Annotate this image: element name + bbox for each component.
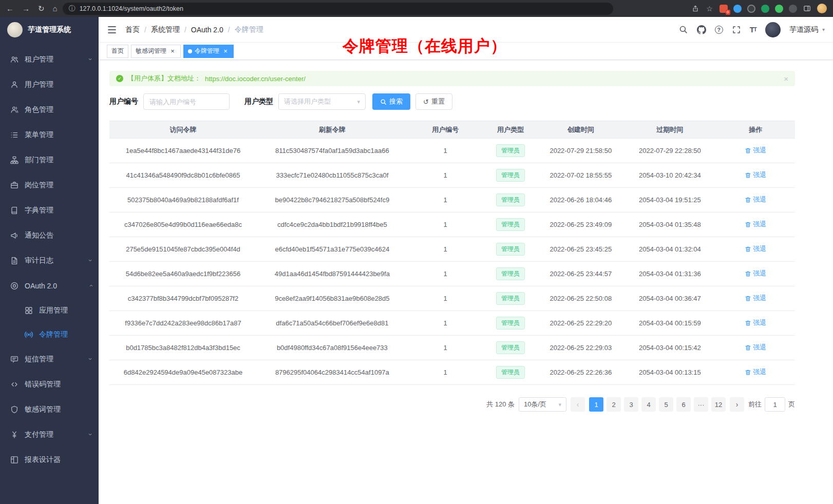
force-logout-button[interactable]: 强退 bbox=[745, 367, 766, 377]
sidebar-item-label: 支付管理 bbox=[25, 430, 53, 439]
page-button-5[interactable]: 5 bbox=[659, 397, 673, 412]
github-icon[interactable] bbox=[697, 25, 706, 34]
sidebar-item-pay[interactable]: 支付管理› bbox=[0, 422, 99, 447]
share-icon[interactable] bbox=[691, 4, 699, 13]
page-button-4[interactable]: 4 bbox=[641, 397, 656, 412]
font-size-icon[interactable]: TT bbox=[750, 25, 756, 34]
cell-access-token: 502375b8040a469a9b82188afdf6af1f bbox=[109, 188, 257, 212]
sidebar-item-oauth2[interactable]: OAuth 2.0› bbox=[0, 273, 99, 298]
extension-icon-3[interactable] bbox=[747, 5, 755, 13]
page-button-1[interactable]: 1 bbox=[589, 397, 603, 412]
breadcrumb-item[interactable]: OAuth 2.0 bbox=[191, 26, 223, 34]
tab-close-icon[interactable]: × bbox=[169, 48, 176, 55]
menu-icon bbox=[10, 131, 18, 139]
sidebar-item-error-code[interactable]: 错误码管理 bbox=[0, 372, 99, 397]
tab-home[interactable]: 首页 bbox=[107, 45, 128, 58]
app-logo[interactable]: 芋道管理系统 bbox=[0, 17, 99, 43]
cell-user-id: 1 bbox=[408, 163, 483, 188]
home-icon[interactable]: ⌂ bbox=[53, 5, 58, 12]
tab-close-icon[interactable]: × bbox=[222, 48, 229, 55]
tab-sensitive-word[interactable]: 敏感词管理× bbox=[131, 45, 181, 58]
page-button-6[interactable]: 6 bbox=[676, 397, 691, 412]
breadcrumb-item[interactable]: 首页 bbox=[125, 25, 140, 34]
force-logout-button[interactable]: 强退 bbox=[745, 146, 766, 155]
reload-icon[interactable]: ↻ bbox=[38, 5, 45, 12]
fullscreen-icon[interactable] bbox=[732, 25, 741, 34]
alert-close-icon[interactable]: × bbox=[784, 74, 788, 83]
sidebar-item-label: 错误码管理 bbox=[25, 380, 61, 389]
sidebar-item-label: 敏感词管理 bbox=[25, 405, 61, 414]
user-id-label: 用户编号 bbox=[109, 97, 138, 106]
next-page-button[interactable]: › bbox=[730, 397, 744, 412]
tab-oauth2-token[interactable]: 令牌管理× bbox=[183, 45, 234, 58]
sidebar-item-sensitive-word[interactable]: 敏感词管理 bbox=[0, 397, 99, 422]
user-type-select[interactable]: 请选择用户类型 ▾ bbox=[278, 93, 366, 110]
force-logout-label: 强退 bbox=[753, 367, 766, 377]
extension-icon-1[interactable]: 0 bbox=[720, 5, 728, 13]
sidebar-item-report[interactable]: 报表设计器 bbox=[0, 447, 99, 472]
force-logout-button[interactable]: 强退 bbox=[745, 244, 766, 254]
cell-create-time: 2022-06-26 18:04:46 bbox=[538, 188, 623, 212]
sidebar-fold-icon[interactable] bbox=[107, 25, 117, 35]
breadcrumb-item[interactable]: 系统管理 bbox=[151, 25, 180, 34]
alert-doc-link[interactable]: https://doc.iocoder.cn/user-center/ bbox=[205, 75, 306, 83]
force-logout-button[interactable]: 强退 bbox=[745, 195, 766, 204]
table-row: 275e5de9151045fe87cbdc395e004f4de6cfd40e… bbox=[109, 237, 795, 262]
help-icon[interactable]: ? bbox=[715, 26, 723, 34]
sidebar-item-tenant[interactable]: 租户管理› bbox=[0, 47, 99, 72]
force-logout-button[interactable]: 强退 bbox=[745, 318, 766, 327]
site-info-icon[interactable]: ⓘ bbox=[69, 4, 75, 13]
cell-expire-time: 2054-03-04 00:13:15 bbox=[623, 360, 716, 385]
page-ellipsis-button[interactable]: ··· bbox=[694, 397, 708, 412]
force-logout-button[interactable]: 强退 bbox=[745, 294, 766, 303]
address-bar[interactable]: ⓘ 127.0.0.1:1024/system/oauth2/token bbox=[63, 3, 613, 15]
back-icon[interactable]: ← bbox=[6, 5, 14, 12]
sidebar-item-label: 短信管理 bbox=[25, 355, 53, 364]
page-button-3[interactable]: 3 bbox=[624, 397, 638, 412]
sidebar-item-role[interactable]: 角色管理 bbox=[0, 97, 99, 122]
user-avatar[interactable] bbox=[765, 22, 781, 37]
sidebar-item-dept[interactable]: 部门管理 bbox=[0, 147, 99, 172]
sidebar-item-audit-log[interactable]: 审计日志› bbox=[0, 248, 99, 273]
side-panel-icon[interactable] bbox=[803, 4, 811, 13]
prev-page-button[interactable]: ‹ bbox=[571, 397, 585, 412]
sidebar-item-notice[interactable]: 通知公告 bbox=[0, 223, 99, 248]
extension-icon-2[interactable] bbox=[733, 5, 742, 13]
cell-create-time: 2022-07-02 18:55:55 bbox=[538, 163, 623, 188]
force-logout-button[interactable]: 强退 bbox=[745, 269, 766, 278]
search-button[interactable]: 搜索 bbox=[372, 93, 410, 110]
cell-access-token: c342377bf8b344799dcbf7bf095287f2 bbox=[109, 286, 257, 311]
sidebar-item-oauth2-app[interactable]: 应用管理 bbox=[0, 298, 99, 322]
force-logout-button[interactable]: 强退 bbox=[745, 170, 766, 180]
browser-profile-avatar[interactable] bbox=[817, 4, 827, 13]
extension-icon-5[interactable] bbox=[775, 5, 783, 13]
forward-icon[interactable]: → bbox=[22, 5, 30, 12]
user-type-badge: 管理员 bbox=[496, 366, 525, 379]
extension-icon-4[interactable] bbox=[761, 5, 769, 13]
cell-actions: 强退 bbox=[716, 163, 795, 188]
trash-icon bbox=[745, 147, 751, 154]
sensitive-icon bbox=[10, 405, 18, 414]
force-logout-button[interactable]: 强退 bbox=[745, 343, 766, 352]
extension-icon-6[interactable] bbox=[789, 5, 797, 13]
search-icon[interactable] bbox=[679, 25, 688, 34]
page-size-select[interactable]: 10条/页 ▾ bbox=[519, 397, 566, 412]
cell-actions: 强退 bbox=[716, 188, 795, 212]
username[interactable]: 芋道源码 bbox=[789, 25, 818, 34]
sidebar-item-dict[interactable]: 字典管理 bbox=[0, 198, 99, 223]
bookmark-star-icon[interactable]: ☆ bbox=[705, 4, 714, 13]
sidebar-item-sms[interactable]: 短信管理› bbox=[0, 346, 99, 372]
reset-button[interactable]: ↺ 重置 bbox=[415, 93, 452, 110]
sidebar-item-oauth2-token[interactable]: 令牌管理 bbox=[0, 322, 99, 346]
token-icon bbox=[25, 331, 33, 339]
force-logout-button[interactable]: 强退 bbox=[745, 220, 766, 229]
page-button-2[interactable]: 2 bbox=[607, 397, 621, 412]
sidebar-item-post[interactable]: 岗位管理 bbox=[0, 172, 99, 198]
page-button-12[interactable]: 12 bbox=[711, 397, 726, 412]
sidebar-item-menu[interactable]: 菜单管理 bbox=[0, 122, 99, 147]
goto-page-input[interactable] bbox=[765, 397, 785, 412]
tab-label: 令牌管理 bbox=[195, 47, 219, 55]
force-logout-label: 强退 bbox=[753, 244, 766, 254]
sidebar-item-user[interactable]: 用户管理 bbox=[0, 72, 99, 97]
user-id-input[interactable] bbox=[143, 93, 230, 110]
